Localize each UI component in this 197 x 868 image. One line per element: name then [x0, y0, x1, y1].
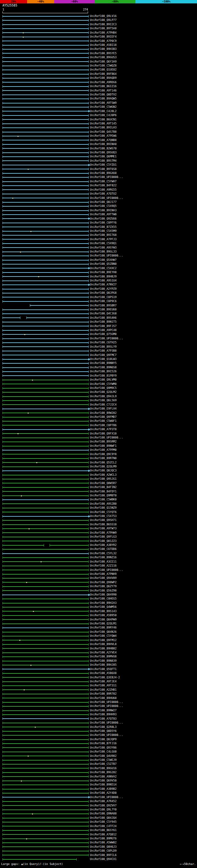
- hit-bar[interactable]: [2, 820, 88, 824]
- hit-label[interactable]: UniRef100_B9STM4: [90, 159, 117, 163]
- hit-label[interactable]: UniRef100_B9T6S8: [90, 167, 117, 171]
- hit-bar[interactable]: [2, 824, 88, 828]
- hit-label[interactable]: UniRef100_C5YWM0: [90, 382, 117, 386]
- hit-bar[interactable]: [2, 593, 88, 597]
- hit-bar[interactable]: [2, 543, 88, 547]
- hit-label[interactable]: UniRef100_Q4U902: [90, 754, 117, 758]
- hit-bar[interactable]: [2, 241, 88, 245]
- hit-bar[interactable]: [2, 304, 88, 308]
- hit-bar[interactable]: [2, 704, 88, 708]
- hit-bar[interactable]: [2, 783, 88, 787]
- hit-label[interactable]: UniRef100_C5YQW4: [90, 634, 117, 638]
- hit-bar[interactable]: [2, 370, 88, 373]
- hit-bar[interactable]: [2, 601, 88, 605]
- hit-label[interactable]: UniRef100_UPI0000...: [90, 196, 123, 200]
- hit-bar[interactable]: [2, 328, 88, 332]
- hit-label[interactable]: UniRef100_B9SRM2: [90, 440, 117, 444]
- hit-label[interactable]: UniRef100_Q0D5Y6: [90, 729, 117, 733]
- hit-bar[interactable]: [2, 97, 88, 101]
- hit-label[interactable]: UniRef100_Q9FM12: [90, 638, 117, 642]
- hit-bar[interactable]: [2, 746, 88, 750]
- hit-bar[interactable]: [2, 465, 88, 469]
- hit-bar[interactable]: [2, 808, 88, 812]
- hit-label[interactable]: UniRef100_C7J2C4: [90, 403, 117, 407]
- hit-label[interactable]: UniRef100_UPI0000...: [90, 704, 123, 708]
- hit-bar[interactable]: [2, 440, 88, 444]
- hit-bar[interactable]: [2, 225, 88, 229]
- hit-label[interactable]: UniRef100_Q94V89: [90, 576, 117, 580]
- hit-label[interactable]: UniRef100_B9H2A3: [90, 601, 117, 605]
- hit-bar[interactable]: [2, 638, 88, 642]
- hit-label[interactable]: UniRef100_C5X9Q1: [90, 241, 117, 245]
- hit-bar[interactable]: [2, 76, 88, 80]
- hit-bar[interactable]: [2, 366, 88, 370]
- hit-label[interactable]: UniRef100_B9MVU8: [90, 655, 117, 659]
- hit-bar[interactable]: [2, 118, 88, 122]
- hit-label[interactable]: UniRef100_C0PLD9: [90, 849, 117, 853]
- hit-bar[interactable]: [2, 552, 88, 555]
- hit-bar[interactable]: [2, 93, 88, 97]
- hit-label[interactable]: UniRef100_B7ZX55: [90, 225, 117, 229]
- hit-bar[interactable]: [2, 436, 88, 440]
- hit-label[interactable]: UniRef100_A7PNH9: [90, 572, 117, 576]
- hit-label[interactable]: UniRef100_Q56Z98: [90, 589, 117, 593]
- hit-label[interactable]: UniRef100_C6TDD6: [90, 547, 117, 551]
- hit-bar[interactable]: [2, 799, 88, 803]
- hit-label[interactable]: UniRef100_A9PC48: [90, 328, 117, 332]
- hit-bar[interactable]: [2, 762, 88, 766]
- hit-bar[interactable]: [2, 357, 88, 361]
- hit-label[interactable]: UniRef100_UPI0000...: [90, 795, 123, 799]
- hit-label[interactable]: UniRef100_C0HEG5: [90, 597, 117, 601]
- hit-label[interactable]: UniRef100_UPI0000...: [90, 721, 123, 725]
- hit-label[interactable]: UniRef100_C5YL32: [90, 552, 117, 555]
- hit-bar[interactable]: [2, 196, 88, 200]
- hit-bar[interactable]: [2, 857, 88, 861]
- hit-label[interactable]: UniRef100_Q69V50: [90, 779, 117, 783]
- hit-bar[interactable]: [2, 64, 88, 68]
- hit-label[interactable]: UniRef100_A9T311: [90, 684, 117, 688]
- hit-label[interactable]: UniRef100_C6TH25: [90, 341, 117, 345]
- hit-label[interactable]: UniRef100_B4FDY1: [90, 490, 117, 494]
- hit-label[interactable]: UniRef100_C0PFY6: [90, 221, 117, 225]
- hit-label[interactable]: UniRef100_C5X5M9: [90, 229, 117, 233]
- hit-label[interactable]: UniRef100_C5YZU1: [90, 163, 117, 167]
- hit-bar[interactable]: [2, 733, 88, 737]
- hit-bar[interactable]: [2, 779, 88, 783]
- hit-label[interactable]: UniRef100_UPI0000...: [90, 436, 123, 440]
- hit-label[interactable]: UniRef100_B9R702: [90, 692, 117, 696]
- hit-label[interactable]: UniRef100_A2ZHB1: [90, 688, 117, 692]
- hit-bar[interactable]: [2, 688, 88, 692]
- hit-bar[interactable]: [2, 47, 88, 51]
- hit-bar[interactable]: [2, 171, 88, 175]
- hit-bar[interactable]: [2, 147, 88, 151]
- hit-label[interactable]: UniRef100_UPI0000...: [90, 337, 123, 341]
- hit-label[interactable]: UniRef100_C4TF24: [90, 824, 117, 828]
- hit-label[interactable]: UniRef100_B9N6S8: [90, 366, 117, 370]
- hit-bar[interactable]: [2, 142, 88, 146]
- hit-label[interactable]: UniRef100_B1PBY9: [90, 374, 117, 378]
- hit-bar[interactable]: [2, 72, 88, 76]
- hit-label[interactable]: UniRef100_B9INA3: [90, 209, 117, 213]
- hit-label[interactable]: UniRef100_A7P3B8: [90, 349, 117, 353]
- hit-label[interactable]: UniRef100_A9TTW0: [90, 213, 117, 216]
- hit-label[interactable]: UniRef100_B9INA0: [90, 142, 117, 146]
- hit-bar[interactable]: [2, 167, 88, 171]
- hit-bar[interactable]: [2, 787, 88, 791]
- hit-bar[interactable]: [2, 725, 88, 729]
- hit-bar[interactable]: [2, 514, 88, 518]
- hit-label[interactable]: UniRef100_Q2QLM2: [90, 390, 117, 394]
- hit-label[interactable]: UniRef100_Q3EBJ4-2: [90, 676, 120, 680]
- hit-bar[interactable]: [2, 663, 88, 667]
- hit-bar[interactable]: [2, 766, 88, 770]
- hit-bar[interactable]: [2, 651, 88, 655]
- hit-label[interactable]: UniRef100_Q04990: [90, 593, 117, 597]
- hit-label[interactable]: UniRef100_C4LGU0: [90, 750, 117, 754]
- hit-bar[interactable]: [2, 35, 88, 39]
- hit-bar[interactable]: [2, 113, 88, 117]
- hit-bar[interactable]: [2, 609, 88, 613]
- hit-bar[interactable]: [2, 233, 88, 237]
- hit-bar[interactable]: [2, 423, 88, 427]
- hit-bar[interactable]: [2, 642, 88, 646]
- hit-label[interactable]: UniRef100_B9GUS3: [90, 55, 117, 59]
- hit-label[interactable]: UniRef100_C5X9Q5: [90, 204, 117, 208]
